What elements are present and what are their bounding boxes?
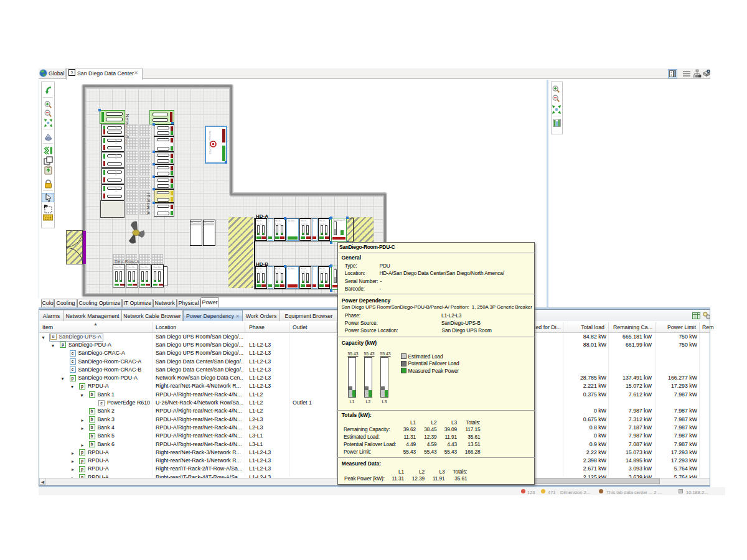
svg-text:1 2 3: 1 2 3 bbox=[45, 217, 52, 220]
